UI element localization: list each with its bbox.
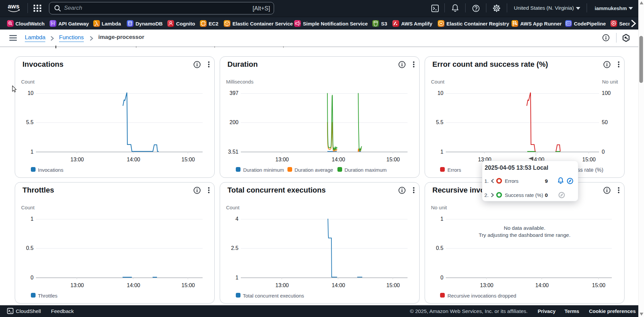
svg-text:aws: aws: [8, 3, 19, 10]
